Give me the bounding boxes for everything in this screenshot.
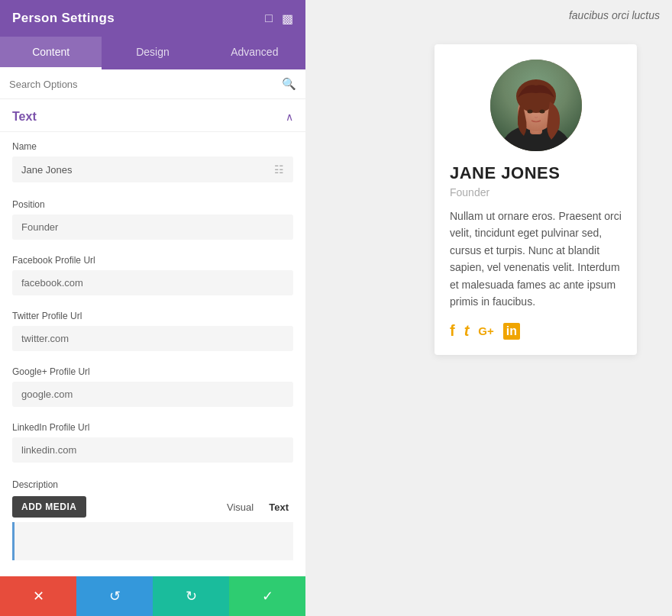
search-bar: 🔍 bbox=[0, 69, 305, 99]
undo-button[interactable]: ↺ bbox=[76, 576, 153, 616]
preview-card: JANE JONES Founder Nullam ut ornare eros… bbox=[435, 44, 637, 355]
description-textarea[interactable] bbox=[12, 522, 293, 560]
chevron-up-icon[interactable]: ∧ bbox=[286, 111, 293, 123]
editor-tabs: Visual Text bbox=[222, 498, 293, 516]
bottom-bar: ✕ ↺ ↻ ✓ bbox=[0, 576, 305, 616]
cancel-button[interactable]: ✕ bbox=[0, 576, 76, 616]
facebook-input[interactable]: facebook.com bbox=[12, 270, 293, 295]
search-input[interactable] bbox=[9, 79, 276, 90]
description-section: Description ADD MEDIA Visual Text bbox=[0, 470, 305, 572]
linkedin-input[interactable]: linkedin.com bbox=[12, 437, 293, 463]
panel-header: Person Settings □ ▩ bbox=[0, 0, 305, 37]
social-icons: f t G+ in bbox=[450, 322, 622, 340]
layout-icon[interactable]: ▩ bbox=[282, 11, 293, 26]
position-label: Position bbox=[12, 199, 293, 210]
linkedin-icon[interactable]: in bbox=[503, 323, 520, 340]
name-label: Name bbox=[12, 141, 293, 152]
svg-point-6 bbox=[527, 110, 532, 114]
expand-icon[interactable]: □ bbox=[265, 11, 273, 26]
twitter-label: Twitter Profile Url bbox=[12, 311, 293, 321]
page-text: faucibus orci luctus bbox=[569, 9, 660, 21]
save-button[interactable]: ✓ bbox=[229, 576, 305, 616]
right-panel: faucibus orci luctus bbox=[305, 0, 672, 616]
redo-button[interactable]: ↻ bbox=[153, 576, 229, 616]
name-field-group: Name Jane Jones ☷ bbox=[0, 132, 305, 192]
description-label: Description bbox=[12, 479, 293, 490]
svg-point-7 bbox=[539, 110, 544, 114]
add-media-button[interactable]: ADD MEDIA bbox=[12, 496, 86, 518]
facebook-icon[interactable]: f bbox=[450, 322, 455, 340]
person-name: JANE JONES bbox=[450, 163, 622, 183]
field-icon: ☷ bbox=[274, 163, 284, 176]
twitter-icon[interactable]: t bbox=[464, 322, 470, 340]
linkedin-label: LinkedIn Profile Url bbox=[12, 422, 293, 433]
text-tab[interactable]: Text bbox=[264, 498, 293, 516]
left-panel: Person Settings □ ▩ Content Design Advan… bbox=[0, 0, 305, 616]
tab-bar: Content Design Advanced bbox=[0, 37, 305, 69]
visual-tab[interactable]: Visual bbox=[222, 498, 258, 516]
google-field-group: Google+ Profile Url google.com bbox=[0, 359, 305, 414]
person-position: Founder bbox=[450, 186, 622, 198]
search-icon: 🔍 bbox=[282, 77, 296, 91]
google-label: Google+ Profile Url bbox=[12, 366, 293, 377]
name-value: Jane Jones bbox=[21, 164, 73, 176]
panel-title: Person Settings bbox=[12, 11, 115, 26]
tab-advanced[interactable]: Advanced bbox=[204, 37, 305, 69]
googleplus-icon[interactable]: G+ bbox=[478, 324, 493, 337]
panel-content: Text ∧ Name Jane Jones ☷ Position Founde… bbox=[0, 99, 305, 616]
avatar bbox=[490, 60, 582, 151]
facebook-field-group: Facebook Profile Url facebook.com bbox=[0, 247, 305, 303]
avatar-wrap bbox=[450, 60, 622, 151]
twitter-input[interactable]: twitter.com bbox=[12, 326, 293, 351]
header-icons: □ ▩ bbox=[265, 11, 293, 26]
position-field-group: Position Founder bbox=[0, 192, 305, 247]
position-input[interactable]: Founder bbox=[12, 214, 293, 240]
google-input[interactable]: google.com bbox=[12, 382, 293, 407]
facebook-label: Facebook Profile Url bbox=[12, 255, 293, 266]
twitter-field-group: Twitter Profile Url twitter.com bbox=[0, 303, 305, 359]
tab-content[interactable]: Content bbox=[0, 37, 102, 69]
section-title: Text bbox=[12, 110, 37, 124]
linkedin-field-group: LinkedIn Profile Url linkedin.com bbox=[0, 414, 305, 470]
name-input[interactable]: Jane Jones ☷ bbox=[12, 156, 293, 182]
tab-design[interactable]: Design bbox=[102, 37, 203, 69]
person-description: Nullam ut ornare eros. Praesent orci vel… bbox=[450, 208, 622, 310]
text-section-header: Text ∧ bbox=[0, 99, 305, 132]
description-toolbar: ADD MEDIA Visual Text bbox=[12, 496, 293, 518]
